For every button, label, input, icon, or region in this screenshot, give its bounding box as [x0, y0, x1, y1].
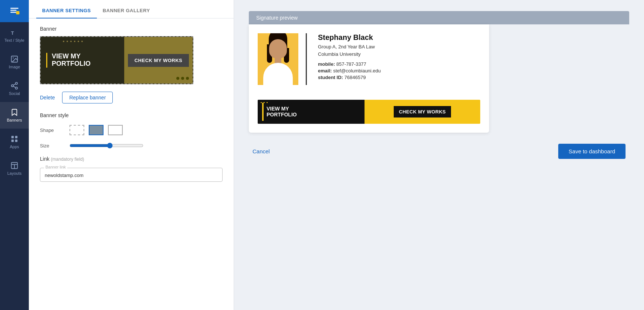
sig-banner: VIEW MY PORTFOLIO CHECK MY WORKS: [258, 100, 480, 124]
signature-preview-box: Stephany Black Group A, 2nd Year BA Law …: [249, 24, 489, 133]
photo-body: [263, 63, 293, 85]
shape-field-row: Shape: [40, 125, 223, 135]
shape-outline-rect: [108, 125, 123, 135]
size-field-row: Size: [40, 143, 223, 149]
tab-banner-settings[interactable]: BANNER SETTINGS: [36, 3, 97, 18]
banner-preview: VIEW MY PORTFOLIO CHECK MY WORKS: [40, 36, 193, 84]
sig-fields: mobile: 857-787-3377 email: stef@columbi…: [318, 61, 480, 80]
sidebar-label-text-style: Text / Style: [4, 38, 24, 42]
sig-mobile-value: 857-787-3377: [336, 61, 366, 67]
sig-info: Stephany Black Group A, 2nd Year BA Law …: [318, 33, 480, 85]
nav-logo[interactable]: [0, 0, 29, 22]
svg-line-11: [13, 86, 16, 88]
banner-left-side: VIEW MY PORTFOLIO: [41, 37, 124, 84]
link-section-title: Link (mandatory field): [40, 156, 223, 162]
sig-top-section: Stephany Black Group A, 2nd Year BA Law …: [258, 33, 480, 92]
size-slider[interactable]: [70, 143, 143, 149]
cancel-button[interactable]: Cancel: [252, 148, 270, 154]
svg-point-10: [16, 87, 18, 89]
right-panel: Signature preview Stephany Black: [234, 0, 644, 310]
sidebar-item-layouts[interactable]: Layouts: [0, 155, 29, 182]
banner-right-side: CHECK MY WORKS: [124, 37, 193, 84]
sidebar-label-layouts: Layouts: [7, 171, 22, 176]
svg-rect-15: [11, 140, 14, 142]
size-label: Size: [40, 143, 70, 149]
sig-mobile-row: mobile: 857-787-3377: [318, 61, 480, 67]
photo-neck: [275, 56, 281, 64]
sig-mobile-label: mobile:: [318, 61, 335, 67]
sig-studentid-label: student ID:: [318, 75, 343, 80]
banner-portfolio-text: VIEW MY PORTFOLIO: [46, 53, 91, 68]
banner-dots-bottomright: [176, 77, 189, 80]
svg-line-12: [13, 84, 16, 85]
shape-solid-rect: [89, 125, 104, 135]
sig-email-label: email:: [318, 68, 332, 74]
sig-studentid-row: student ID: 76846579: [318, 75, 480, 80]
sidebar-item-banners[interactable]: Banners: [0, 102, 29, 129]
svg-point-8: [16, 82, 18, 85]
sig-email-row: email: stef@columbiauni.edu: [318, 68, 480, 74]
banner-link-input[interactable]: [45, 173, 218, 178]
sig-studentid-value: 76846579: [345, 75, 366, 80]
shape-outline-option[interactable]: [108, 125, 123, 135]
sig-divider: [306, 33, 307, 85]
sig-person-role: Group A, 2nd Year BA Law Columbia Univer…: [318, 43, 480, 58]
link-mandatory-label: (mandatory field): [51, 157, 84, 162]
banner-section-title: Banner: [40, 26, 223, 32]
sig-banner-dots: [261, 102, 268, 103]
sig-banner-left: VIEW MY PORTFOLIO: [258, 100, 365, 124]
center-panel: BANNER SETTINGS BANNER GALLERY Banner VI…: [29, 0, 234, 310]
svg-rect-16: [15, 140, 17, 142]
bottom-bar: Cancel Save to dashboard: [249, 144, 629, 159]
sidebar-item-text-style[interactable]: T Text / Style: [0, 22, 29, 49]
delete-button[interactable]: Delete: [40, 95, 55, 101]
shape-options: [70, 125, 123, 135]
banner-link-floating-label: Banner link: [44, 165, 67, 169]
banner-cta-button: CHECK MY WORKS: [128, 54, 189, 67]
banner-link-input-wrapper: Banner link: [40, 168, 223, 182]
sidebar-item-apps[interactable]: Apps: [0, 129, 29, 155]
shape-solid-option[interactable]: [89, 125, 104, 135]
sidebar-label-social: Social: [9, 91, 20, 96]
sig-person-name: Stephany Black: [318, 33, 480, 42]
tabs-bar: BANNER SETTINGS BANNER GALLERY: [29, 0, 234, 18]
left-nav: T Text / Style Image Social Banners Apps…: [0, 0, 29, 310]
svg-rect-2: [10, 10, 16, 11]
svg-point-9: [11, 85, 14, 87]
svg-rect-13: [11, 136, 14, 138]
sidebar-label-image: Image: [9, 65, 20, 69]
photo-head: [269, 39, 287, 58]
replace-banner-button[interactable]: Replace banner: [62, 92, 113, 103]
sig-banner-right: CHECK MY WORKS: [365, 100, 480, 124]
shape-label: Shape: [40, 127, 70, 133]
tab-banner-gallery[interactable]: BANNER GALLERY: [97, 3, 156, 18]
svg-text:T: T: [11, 30, 14, 36]
banner-dots-topleft: [63, 41, 84, 42]
shape-dashed-option[interactable]: [70, 125, 84, 135]
save-to-dashboard-button[interactable]: Save to dashboard: [558, 144, 626, 159]
shape-dashed-rect: [70, 125, 84, 135]
signature-preview-container: Signature preview Stephany Black: [249, 11, 629, 133]
sidebar-label-banners: Banners: [7, 118, 22, 122]
svg-point-7: [13, 57, 14, 58]
sidebar-item-image[interactable]: Image: [0, 49, 29, 75]
svg-rect-14: [15, 136, 17, 138]
signature-preview-label: Signature preview: [249, 11, 629, 24]
sig-banner-cta: CHECK MY WORKS: [394, 106, 451, 117]
sig-banner-portfolio-text: VIEW MY PORTFOLIO: [267, 106, 297, 117]
svg-rect-1: [10, 8, 18, 9]
sidebar-item-social[interactable]: Social: [0, 75, 29, 102]
banner-style-title: Banner style: [40, 112, 223, 118]
svg-rect-4: [16, 11, 20, 14]
link-section: Link (mandatory field) Banner link: [40, 156, 223, 182]
sig-photo: [258, 33, 298, 85]
banner-action-row: Delete Replace banner: [40, 92, 223, 103]
panel-content: Banner VIEW MY PORTFOLIO CHECK MY WORKS: [29, 18, 234, 310]
sig-banner-accent: [262, 103, 264, 121]
sidebar-label-apps: Apps: [10, 144, 19, 149]
sig-email-value: stef@columbiauni.edu: [333, 68, 381, 74]
